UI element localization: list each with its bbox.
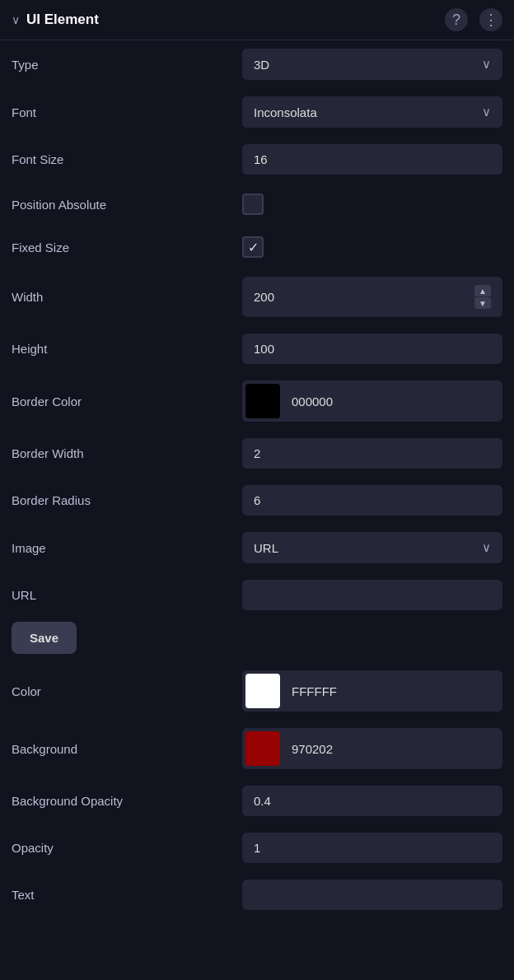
text-row: Text [0, 871, 514, 918]
opacity-input[interactable] [242, 833, 502, 863]
font-control[interactable]: Inconsolata ∨ [242, 96, 502, 128]
save-button[interactable]: Save [12, 622, 77, 654]
fixed-size-label: Fixed Size [12, 240, 242, 254]
border-radius-row: Border Radius [0, 477, 514, 524]
collapse-icon[interactable]: ∨ [12, 13, 20, 26]
background-opacity-input[interactable] [242, 786, 502, 816]
type-label: Type [12, 58, 242, 72]
font-size-input[interactable] [242, 144, 502, 175]
position-absolute-checkbox[interactable] [242, 194, 264, 215]
color-swatch[interactable] [245, 674, 280, 708]
width-value: 200 [254, 290, 274, 304]
type-control[interactable]: 3D ∨ [242, 49, 502, 80]
image-row: Image URL ∨ [0, 524, 514, 572]
url-row: URL [0, 572, 514, 618]
width-control[interactable]: 200 ▲ ▼ [242, 277, 502, 317]
image-label: Image [12, 541, 242, 555]
position-absolute-label: Position Absolute [12, 198, 242, 212]
fixed-size-row: Fixed Size ✓ [0, 226, 514, 268]
background-opacity-row: Background Opacity [0, 777, 514, 824]
background-opacity-control[interactable] [242, 786, 502, 816]
font-size-control[interactable] [242, 144, 502, 175]
checkmark-icon: ✓ [248, 240, 259, 255]
text-label: Text [12, 888, 242, 902]
color-picker[interactable] [242, 670, 502, 712]
panel-title: UI Element [26, 12, 99, 28]
border-color-control[interactable] [242, 380, 502, 422]
color-label: Color [12, 684, 242, 698]
opacity-control[interactable] [242, 833, 502, 863]
panel-header-right: ? ⋮ [445, 8, 502, 31]
type-chevron-icon: ∨ [482, 57, 491, 72]
width-increment-button[interactable]: ▲ [474, 285, 491, 296]
type-row: Type 3D ∨ [0, 40, 514, 88]
background-swatch[interactable] [245, 731, 280, 766]
opacity-row: Opacity [0, 824, 514, 871]
image-control[interactable]: URL ∨ [242, 532, 502, 563]
background-label: Background [12, 742, 242, 756]
width-label: Width [12, 290, 242, 304]
color-control[interactable] [242, 670, 502, 712]
border-color-row: Border Color [0, 372, 514, 430]
url-control[interactable] [242, 580, 502, 610]
border-color-swatch[interactable] [245, 384, 280, 418]
fixed-size-checkbox[interactable]: ✓ [242, 236, 264, 258]
font-value: Inconsolata [254, 105, 317, 119]
image-chevron-icon: ∨ [482, 540, 491, 555]
width-spinner[interactable]: 200 ▲ ▼ [242, 277, 502, 317]
border-color-picker[interactable] [242, 380, 502, 422]
panel-header-left: ∨ UI Element [12, 12, 99, 28]
border-radius-input[interactable] [242, 485, 502, 516]
panel-header: ∨ UI Element ? ⋮ [0, 0, 514, 40]
font-size-row: Font Size [0, 136, 514, 183]
background-input[interactable] [283, 734, 502, 764]
border-width-row: Border Width [0, 430, 514, 477]
text-input[interactable] [242, 880, 502, 910]
url-input[interactable] [242, 580, 502, 610]
background-control[interactable] [242, 728, 502, 769]
position-absolute-row: Position Absolute [0, 183, 514, 226]
border-radius-label: Border Radius [12, 493, 242, 507]
background-opacity-label: Background Opacity [12, 794, 242, 808]
height-input[interactable] [242, 334, 502, 364]
type-value: 3D [254, 58, 269, 72]
help-icon[interactable]: ? [445, 8, 468, 31]
position-absolute-control[interactable] [242, 194, 502, 215]
font-select[interactable]: Inconsolata ∨ [242, 96, 502, 128]
border-radius-control[interactable] [242, 485, 502, 516]
color-row: Color [0, 662, 514, 720]
height-control[interactable] [242, 334, 502, 364]
text-control[interactable] [242, 880, 502, 910]
font-size-label: Font Size [12, 152, 242, 166]
url-label: URL [12, 588, 242, 602]
opacity-label: Opacity [12, 841, 242, 855]
height-label: Height [12, 342, 242, 356]
color-input[interactable] [283, 676, 502, 707]
font-row: Font Inconsolata ∨ [0, 88, 514, 136]
border-width-label: Border Width [12, 446, 242, 460]
width-spinner-arrows: ▲ ▼ [474, 285, 491, 309]
more-options-icon[interactable]: ⋮ [479, 8, 502, 31]
border-color-input[interactable] [283, 386, 502, 417]
ui-element-panel: ∨ UI Element ? ⋮ Type 3D ∨ Font Inconsol… [0, 0, 514, 918]
background-picker[interactable] [242, 728, 502, 769]
width-row: Width 200 ▲ ▼ [0, 268, 514, 325]
border-color-label: Border Color [12, 394, 242, 408]
background-row: Background [0, 720, 514, 777]
height-row: Height [0, 325, 514, 372]
width-decrement-button[interactable]: ▼ [474, 297, 491, 309]
font-chevron-icon: ∨ [482, 105, 491, 119]
font-label: Font [12, 105, 242, 119]
image-value: URL [254, 541, 278, 555]
type-select[interactable]: 3D ∨ [242, 49, 502, 80]
image-select[interactable]: URL ∨ [242, 532, 502, 563]
border-width-control[interactable] [242, 438, 502, 469]
border-width-input[interactable] [242, 438, 502, 469]
fixed-size-control[interactable]: ✓ [242, 236, 502, 258]
